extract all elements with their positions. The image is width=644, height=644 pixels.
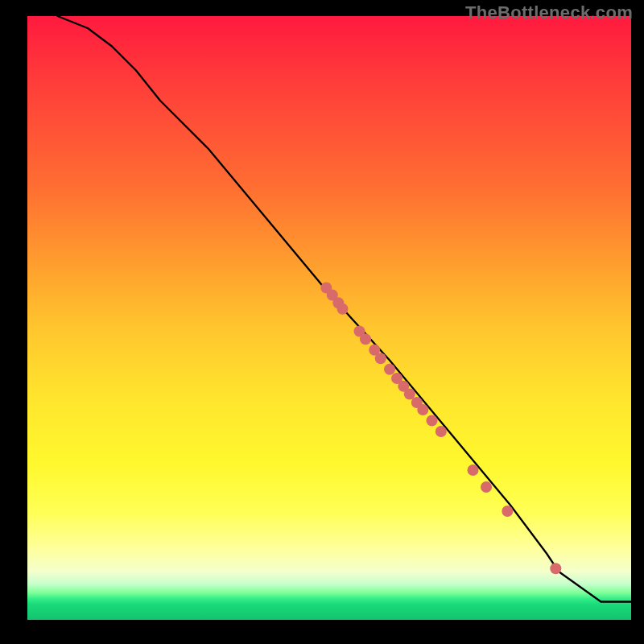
data-point xyxy=(468,464,479,476)
data-point xyxy=(436,426,447,437)
data-point xyxy=(550,563,561,574)
data-point xyxy=(502,506,513,517)
data-point xyxy=(375,353,386,364)
data-point xyxy=(360,333,371,345)
data-point xyxy=(481,481,492,493)
data-point xyxy=(337,303,349,315)
data-point xyxy=(427,415,438,427)
data-points xyxy=(320,283,561,575)
data-point xyxy=(384,364,395,375)
chart-svg xyxy=(27,16,631,620)
chart-frame: TheBottleneck.com xyxy=(0,0,644,644)
data-point xyxy=(417,404,428,415)
plot-area xyxy=(27,16,631,620)
watermark-text: TheBottleneck.com xyxy=(465,2,633,23)
